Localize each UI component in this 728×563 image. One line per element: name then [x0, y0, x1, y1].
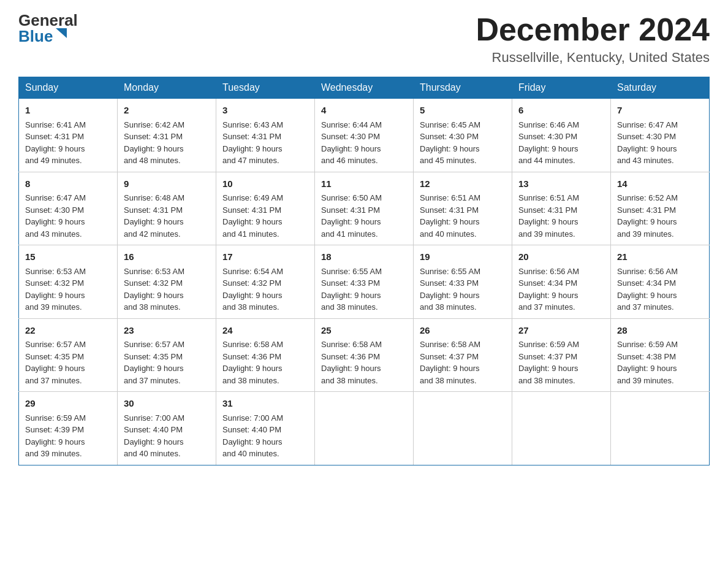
- logo-blue: Blue: [18, 28, 53, 44]
- day-number: 29: [25, 397, 111, 411]
- logo-text-block: General Blue: [18, 12, 78, 44]
- calendar-cell: 25 Sunrise: 6:58 AMSunset: 4:36 PMDaylig…: [315, 318, 414, 392]
- calendar-cell: 10 Sunrise: 6:49 AMSunset: 4:31 PMDaylig…: [216, 172, 315, 245]
- day-number: 3: [222, 104, 308, 118]
- day-info: Sunrise: 6:55 AMSunset: 4:33 PMDaylight:…: [321, 267, 382, 312]
- calendar-cell: 29 Sunrise: 6:59 AMSunset: 4:39 PMDaylig…: [19, 392, 118, 465]
- day-number: 19: [420, 250, 506, 264]
- day-info: Sunrise: 6:57 AMSunset: 4:35 PMDaylight:…: [25, 340, 86, 385]
- page-header: General Blue December 2024 Russellville,…: [18, 12, 710, 66]
- day-number: 4: [321, 104, 407, 118]
- calendar-cell: [315, 392, 414, 465]
- calendar-cell: 6 Sunrise: 6:46 AMSunset: 4:30 PMDayligh…: [512, 99, 611, 172]
- day-number: 31: [222, 397, 308, 411]
- day-info: Sunrise: 6:54 AMSunset: 4:32 PMDaylight:…: [222, 267, 283, 312]
- day-number: 16: [124, 250, 210, 264]
- calendar-cell: 16 Sunrise: 6:53 AMSunset: 4:32 PMDaylig…: [118, 245, 216, 319]
- day-info: Sunrise: 6:51 AMSunset: 4:31 PMDaylight:…: [420, 193, 480, 239]
- day-number: 7: [617, 104, 703, 118]
- calendar-cell: 19 Sunrise: 6:55 AMSunset: 4:33 PMDaylig…: [414, 245, 512, 319]
- calendar-cell: 17 Sunrise: 6:54 AMSunset: 4:32 PMDaylig…: [216, 245, 315, 319]
- day-header-friday: Friday: [512, 77, 611, 99]
- calendar-cell: 1 Sunrise: 6:41 AMSunset: 4:31 PMDayligh…: [19, 99, 118, 172]
- calendar-cell: 11 Sunrise: 6:50 AMSunset: 4:31 PMDaylig…: [315, 172, 414, 245]
- day-info: Sunrise: 6:58 AMSunset: 4:37 PMDaylight:…: [420, 340, 480, 385]
- calendar-cell: 3 Sunrise: 6:43 AMSunset: 4:31 PMDayligh…: [216, 99, 315, 172]
- logo: General Blue: [18, 12, 78, 44]
- day-number: 8: [25, 177, 111, 191]
- day-info: Sunrise: 7:00 AMSunset: 4:40 PMDaylight:…: [222, 413, 283, 459]
- calendar-cell: 23 Sunrise: 6:57 AMSunset: 4:35 PMDaylig…: [118, 318, 216, 392]
- day-info: Sunrise: 6:41 AMSunset: 4:31 PMDaylight:…: [25, 120, 86, 166]
- calendar-cell: 20 Sunrise: 6:56 AMSunset: 4:34 PMDaylig…: [512, 245, 611, 319]
- calendar-cell: 26 Sunrise: 6:58 AMSunset: 4:37 PMDaylig…: [414, 318, 512, 392]
- calendar-cell: [414, 392, 512, 465]
- calendar-cell: 22 Sunrise: 6:57 AMSunset: 4:35 PMDaylig…: [19, 318, 118, 392]
- day-number: 12: [420, 177, 506, 191]
- days-header-row: SundayMondayTuesdayWednesdayThursdayFrid…: [19, 77, 710, 99]
- day-info: Sunrise: 6:49 AMSunset: 4:31 PMDaylight:…: [222, 193, 283, 239]
- day-info: Sunrise: 6:52 AMSunset: 4:31 PMDaylight:…: [617, 193, 678, 239]
- day-number: 22: [25, 324, 111, 338]
- calendar-cell: 13 Sunrise: 6:51 AMSunset: 4:31 PMDaylig…: [512, 172, 611, 245]
- day-header-wednesday: Wednesday: [315, 77, 414, 99]
- calendar-cell: 8 Sunrise: 6:47 AMSunset: 4:30 PMDayligh…: [19, 172, 118, 245]
- day-info: Sunrise: 6:51 AMSunset: 4:31 PMDaylight:…: [518, 193, 579, 239]
- day-number: 11: [321, 177, 407, 191]
- day-info: Sunrise: 6:59 AMSunset: 4:37 PMDaylight:…: [518, 340, 579, 385]
- day-info: Sunrise: 6:59 AMSunset: 4:39 PMDaylight:…: [25, 413, 86, 459]
- svg-marker-0: [56, 28, 67, 38]
- day-number: 27: [518, 324, 604, 338]
- calendar-cell: 4 Sunrise: 6:44 AMSunset: 4:30 PMDayligh…: [315, 99, 414, 172]
- calendar-cell: 7 Sunrise: 6:47 AMSunset: 4:30 PMDayligh…: [611, 99, 710, 172]
- week-row-2: 8 Sunrise: 6:47 AMSunset: 4:30 PMDayligh…: [19, 172, 710, 245]
- calendar-cell: 27 Sunrise: 6:59 AMSunset: 4:37 PMDaylig…: [512, 318, 611, 392]
- day-header-saturday: Saturday: [611, 77, 710, 99]
- calendar-cell: 12 Sunrise: 6:51 AMSunset: 4:31 PMDaylig…: [414, 172, 512, 245]
- logo-general: General: [18, 12, 78, 28]
- calendar-cell: 15 Sunrise: 6:53 AMSunset: 4:32 PMDaylig…: [19, 245, 118, 319]
- logo-triangle-icon: [55, 27, 68, 40]
- day-info: Sunrise: 6:53 AMSunset: 4:32 PMDaylight:…: [124, 267, 184, 312]
- day-number: 10: [222, 177, 308, 191]
- day-info: Sunrise: 6:56 AMSunset: 4:34 PMDaylight:…: [617, 267, 678, 312]
- calendar-cell: [611, 392, 710, 465]
- day-info: Sunrise: 7:00 AMSunset: 4:40 PMDaylight:…: [124, 413, 184, 459]
- day-number: 13: [518, 177, 604, 191]
- calendar-cell: 30 Sunrise: 7:00 AMSunset: 4:40 PMDaylig…: [118, 392, 216, 465]
- day-info: Sunrise: 6:53 AMSunset: 4:32 PMDaylight:…: [25, 267, 86, 312]
- day-header-monday: Monday: [118, 77, 216, 99]
- day-info: Sunrise: 6:55 AMSunset: 4:33 PMDaylight:…: [420, 267, 480, 312]
- day-number: 30: [124, 397, 210, 411]
- day-number: 9: [124, 177, 210, 191]
- day-number: 25: [321, 324, 407, 338]
- day-info: Sunrise: 6:47 AMSunset: 4:30 PMDaylight:…: [25, 193, 86, 239]
- day-header-thursday: Thursday: [414, 77, 512, 99]
- day-number: 5: [420, 104, 506, 118]
- day-info: Sunrise: 6:42 AMSunset: 4:31 PMDaylight:…: [124, 120, 184, 166]
- week-row-5: 29 Sunrise: 6:59 AMSunset: 4:39 PMDaylig…: [19, 392, 710, 465]
- day-number: 18: [321, 250, 407, 264]
- day-header-tuesday: Tuesday: [216, 77, 315, 99]
- calendar-cell: [512, 392, 611, 465]
- day-number: 15: [25, 250, 111, 264]
- day-number: 14: [617, 177, 703, 191]
- day-info: Sunrise: 6:47 AMSunset: 4:30 PMDaylight:…: [617, 120, 678, 166]
- day-info: Sunrise: 6:56 AMSunset: 4:34 PMDaylight:…: [518, 267, 579, 312]
- day-info: Sunrise: 6:45 AMSunset: 4:30 PMDaylight:…: [420, 120, 480, 166]
- week-row-3: 15 Sunrise: 6:53 AMSunset: 4:32 PMDaylig…: [19, 245, 710, 319]
- week-row-4: 22 Sunrise: 6:57 AMSunset: 4:35 PMDaylig…: [19, 318, 710, 392]
- calendar-cell: 9 Sunrise: 6:48 AMSunset: 4:31 PMDayligh…: [118, 172, 216, 245]
- day-info: Sunrise: 6:50 AMSunset: 4:31 PMDaylight:…: [321, 193, 382, 239]
- calendar-cell: 14 Sunrise: 6:52 AMSunset: 4:31 PMDaylig…: [611, 172, 710, 245]
- day-number: 6: [518, 104, 604, 118]
- day-number: 20: [518, 250, 604, 264]
- day-info: Sunrise: 6:57 AMSunset: 4:35 PMDaylight:…: [124, 340, 184, 385]
- calendar-cell: 5 Sunrise: 6:45 AMSunset: 4:30 PMDayligh…: [414, 99, 512, 172]
- day-info: Sunrise: 6:44 AMSunset: 4:30 PMDaylight:…: [321, 120, 382, 166]
- day-info: Sunrise: 6:48 AMSunset: 4:31 PMDaylight:…: [124, 193, 184, 239]
- title-area: December 2024 Russellville, Kentucky, Un…: [476, 12, 710, 66]
- day-info: Sunrise: 6:43 AMSunset: 4:31 PMDaylight:…: [222, 120, 283, 166]
- day-number: 24: [222, 324, 308, 338]
- day-number: 23: [124, 324, 210, 338]
